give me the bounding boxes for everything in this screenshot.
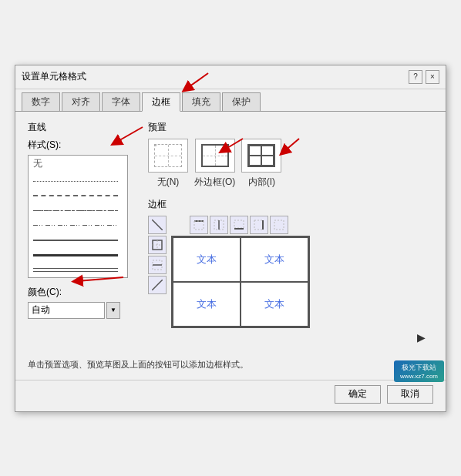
dialog-footer: 极光下载站 www.xz7.com 确定 取消 bbox=[15, 380, 446, 411]
all-icon-cell-1 bbox=[249, 146, 261, 156]
preset-section: 预置 无(N) bbox=[148, 121, 433, 189]
preset-none-wrap: 无(N) bbox=[148, 139, 188, 189]
preset-none-button[interactable] bbox=[148, 139, 188, 173]
tab-protect[interactable]: 保护 bbox=[222, 92, 261, 111]
all-icon-cell-4 bbox=[261, 156, 274, 166]
preset-inside-icon bbox=[247, 144, 275, 167]
preset-outline-wrap: 外边框(O) bbox=[194, 139, 235, 189]
style-double[interactable] bbox=[32, 265, 124, 275]
style-dashed[interactable] bbox=[32, 191, 124, 201]
preset-outline-icon bbox=[201, 144, 229, 167]
border-none-button[interactable] bbox=[270, 216, 288, 234]
border-top-button[interactable] bbox=[190, 216, 208, 234]
border-preview-wrap: 文本 文本 文本 文本 bbox=[171, 216, 310, 328]
close-button[interactable]: × bbox=[426, 70, 439, 84]
svg-rect-15 bbox=[274, 220, 284, 230]
style-label: 样式(S): bbox=[28, 139, 136, 152]
preset-inside-button[interactable] bbox=[241, 139, 281, 173]
preset-outline-button[interactable] bbox=[195, 139, 235, 173]
style-dotted-fine[interactable] bbox=[32, 176, 124, 186]
all-icon-cell-2 bbox=[261, 146, 274, 156]
preset-buttons: 无(N) 外边框(O) bbox=[148, 139, 433, 189]
border-preview[interactable]: 文本 文本 文本 文本 bbox=[171, 236, 310, 328]
all-icon-cell-3 bbox=[249, 156, 261, 166]
border-top-left-diag-button[interactable] bbox=[148, 216, 167, 234]
footer-hint: 单击预置选项、预览草图及上面的按钮可以添加边框样式。 bbox=[15, 353, 446, 380]
style-dash-dot[interactable] bbox=[32, 206, 124, 216]
style-solid-medium[interactable] bbox=[32, 236, 124, 246]
style-dash-dot-dot[interactable] bbox=[32, 220, 124, 230]
svg-line-6 bbox=[152, 280, 163, 290]
border-cell-1: 文本 bbox=[173, 237, 241, 282]
svg-rect-13 bbox=[254, 220, 263, 230]
preset-inside-label: 内部(I) bbox=[248, 176, 275, 189]
tab-align[interactable]: 对齐 bbox=[62, 92, 100, 111]
style-list[interactable]: 无 bbox=[28, 155, 128, 278]
color-select[interactable]: 自动 bbox=[28, 302, 105, 319]
border-cell-2: 文本 bbox=[241, 237, 308, 282]
preset-none-label: 无(N) bbox=[157, 176, 180, 189]
color-label: 颜色(C): bbox=[28, 286, 136, 299]
tab-number[interactable]: 数字 bbox=[22, 92, 60, 111]
color-select-wrap: 自动 ▼ bbox=[28, 302, 136, 319]
preset-none-icon bbox=[154, 144, 182, 167]
right-panel: 预置 无(N) bbox=[148, 121, 433, 344]
title-bar: 设置单元格格式 ? × bbox=[15, 65, 446, 89]
dialog: 设置单元格格式 ? × 数字 对齐 字体 边框 填充 保护 直线 样式(S): bbox=[15, 65, 446, 412]
dialog-title: 设置单元格格式 bbox=[22, 70, 86, 83]
top-border-btn-row bbox=[190, 216, 310, 234]
border-right-button[interactable] bbox=[250, 216, 268, 234]
border-section: 文本 文本 文本 文本 bbox=[148, 216, 433, 328]
border-cell-3: 文本 bbox=[173, 282, 241, 327]
border-section-label: 边框 bbox=[148, 198, 433, 211]
ok-button[interactable]: 确定 bbox=[335, 385, 381, 404]
tab-fill[interactable]: 填充 bbox=[182, 92, 220, 111]
svg-line-0 bbox=[152, 220, 163, 230]
border-cell-4: 文本 bbox=[241, 282, 308, 327]
preset-outline-label: 外边框(O) bbox=[194, 176, 235, 189]
border-left-button[interactable] bbox=[148, 236, 167, 254]
tab-bar: 数字 对齐 字体 边框 填充 保护 bbox=[15, 89, 446, 112]
style-none[interactable]: 无 bbox=[32, 157, 124, 170]
watermark: 极光下载站 www.xz7.com bbox=[394, 360, 444, 382]
style-solid-thick[interactable] bbox=[32, 250, 124, 260]
border-bottom-right-diag-button[interactable] bbox=[148, 276, 167, 294]
tab-font[interactable]: 字体 bbox=[102, 92, 140, 111]
left-border-buttons bbox=[148, 216, 168, 328]
color-section: 颜色(C): 自动 ▼ bbox=[28, 286, 136, 319]
svg-rect-8 bbox=[194, 221, 204, 230]
tab-border[interactable]: 边框 bbox=[142, 92, 180, 112]
color-dropdown-button[interactable]: ▼ bbox=[106, 302, 120, 319]
cursor-indicator: ▶ bbox=[148, 331, 433, 344]
preset-label: 预置 bbox=[148, 121, 433, 134]
border-bottom-button[interactable] bbox=[230, 216, 248, 234]
border-inside-v-button[interactable] bbox=[210, 216, 228, 234]
title-bar-buttons: ? × bbox=[409, 70, 439, 84]
left-panel: 直线 样式(S): 无 bbox=[28, 121, 136, 344]
cancel-button[interactable]: 取消 bbox=[387, 385, 433, 404]
border-inside-h-button[interactable] bbox=[148, 256, 167, 274]
help-button[interactable]: ? bbox=[409, 70, 422, 84]
svg-rect-11 bbox=[234, 220, 244, 228]
content-area: 直线 样式(S): 无 bbox=[15, 112, 446, 353]
preset-inside-wrap: 内部(I) bbox=[241, 139, 281, 189]
line-section-title: 直线 bbox=[28, 121, 136, 134]
